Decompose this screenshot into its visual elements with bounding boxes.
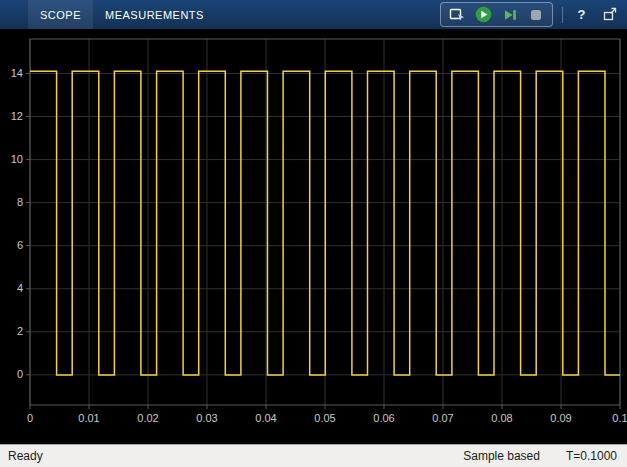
dock-button[interactable]: [600, 5, 619, 24]
x-tick-label: 0.02: [137, 412, 158, 424]
toolbar-actions: ?: [440, 2, 619, 27]
toolstrip: SCOPE MEASUREMENTS: [0, 0, 627, 29]
x-tick-label: 0.1: [612, 412, 627, 424]
simulation-controls-group: [440, 2, 553, 27]
step-forward-button[interactable]: [500, 5, 519, 24]
scope-display: 00.010.020.030.040.050.060.070.080.090.1…: [0, 29, 627, 444]
scope-plot[interactable]: 00.010.020.030.040.050.060.070.080.090.1…: [0, 29, 627, 444]
y-tick-label: 12: [11, 110, 23, 122]
x-tick-label: 0: [27, 412, 33, 424]
toolbar-separator: [562, 7, 563, 23]
status-text: Ready: [8, 449, 43, 463]
step-forward-icon: [502, 7, 518, 23]
x-tick-label: 0.08: [491, 412, 512, 424]
stop-icon: [528, 7, 544, 23]
tab-scope[interactable]: SCOPE: [28, 0, 93, 29]
sample-mode-label: Sample based: [463, 449, 540, 463]
stop-button[interactable]: [526, 5, 545, 24]
x-tick-label: 0.07: [432, 412, 453, 424]
help-icon: ?: [578, 7, 586, 22]
highlight-block-icon: [449, 7, 467, 23]
x-tick-label: 0.04: [255, 412, 276, 424]
y-tick-label: 10: [11, 153, 23, 165]
y-tick-label: 4: [17, 282, 23, 294]
status-right: Sample based T=0.1000: [463, 449, 619, 463]
x-tick-label: 0.05: [314, 412, 335, 424]
y-tick-label: 2: [17, 325, 23, 337]
highlight-block-button[interactable]: [448, 5, 467, 24]
run-button[interactable]: [474, 5, 493, 24]
run-icon: [475, 6, 492, 23]
help-button[interactable]: ?: [572, 5, 591, 24]
y-tick-label: 0: [17, 368, 23, 380]
dock-icon: [602, 7, 618, 22]
plot-background: [0, 29, 627, 444]
x-tick-label: 0.01: [78, 412, 99, 424]
y-tick-label: 8: [17, 196, 23, 208]
y-tick-label: 6: [17, 239, 23, 251]
x-tick-label: 0.03: [196, 412, 217, 424]
toolstrip-tabs: SCOPE MEASUREMENTS: [28, 0, 216, 29]
scope-window: SCOPE MEASUREMENTS: [0, 0, 627, 467]
x-tick-label: 0.09: [550, 412, 571, 424]
tab-measurements[interactable]: MEASUREMENTS: [93, 0, 216, 29]
status-bar: Ready Sample based T=0.1000: [0, 444, 627, 467]
y-tick-label: 14: [11, 67, 23, 79]
simulation-time-label: T=0.1000: [566, 449, 617, 463]
x-tick-label: 0.06: [373, 412, 394, 424]
